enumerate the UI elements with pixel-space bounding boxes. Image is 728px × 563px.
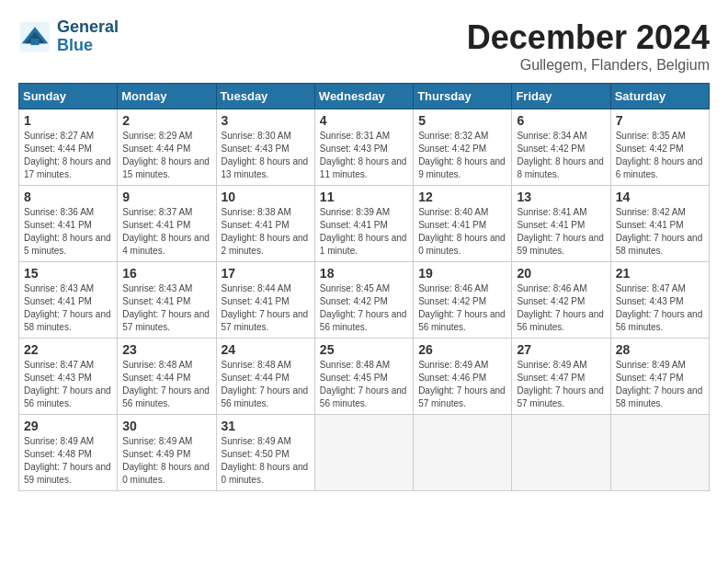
calendar-cell: 2Sunrise: 8:29 AM Sunset: 4:44 PM Daylig… bbox=[118, 109, 216, 186]
svg-rect-3 bbox=[31, 39, 40, 45]
day-number: 18 bbox=[320, 266, 408, 281]
weekday-header-wednesday: Wednesday bbox=[314, 84, 413, 109]
day-info: Sunrise: 8:37 AM Sunset: 4:41 PM Dayligh… bbox=[122, 206, 210, 258]
day-number: 19 bbox=[418, 266, 506, 281]
weekday-header-saturday: Saturday bbox=[610, 84, 709, 109]
calendar-week-row: 1Sunrise: 8:27 AM Sunset: 4:44 PM Daylig… bbox=[19, 109, 710, 186]
calendar-cell: 25Sunrise: 8:48 AM Sunset: 4:45 PM Dayli… bbox=[314, 339, 413, 415]
day-number: 3 bbox=[222, 113, 310, 128]
logo-text: General Blue bbox=[57, 18, 119, 55]
day-info: Sunrise: 8:49 AM Sunset: 4:48 PM Dayligh… bbox=[24, 435, 112, 487]
day-number: 10 bbox=[222, 190, 310, 204]
day-number: 23 bbox=[122, 342, 210, 357]
weekday-header-sunday: Sunday bbox=[19, 84, 118, 109]
day-number: 9 bbox=[122, 190, 210, 204]
calendar-cell: 31Sunrise: 8:49 AM Sunset: 4:50 PM Dayli… bbox=[216, 415, 314, 491]
calendar-cell: 9Sunrise: 8:37 AM Sunset: 4:41 PM Daylig… bbox=[118, 186, 216, 262]
calendar-cell: 11Sunrise: 8:39 AM Sunset: 4:41 PM Dayli… bbox=[314, 186, 413, 262]
logo: General Blue bbox=[18, 18, 119, 55]
day-number: 17 bbox=[222, 266, 310, 281]
calendar-cell: 1Sunrise: 8:27 AM Sunset: 4:44 PM Daylig… bbox=[19, 109, 118, 186]
day-number: 8 bbox=[24, 190, 112, 204]
day-number: 21 bbox=[616, 266, 704, 281]
calendar-cell: 29Sunrise: 8:49 AM Sunset: 4:48 PM Dayli… bbox=[19, 415, 118, 491]
month-title: December 2024 bbox=[467, 18, 710, 57]
day-number: 30 bbox=[122, 419, 210, 433]
calendar-cell: 15Sunrise: 8:43 AM Sunset: 4:41 PM Dayli… bbox=[19, 262, 118, 339]
day-info: Sunrise: 8:34 AM Sunset: 4:42 PM Dayligh… bbox=[517, 130, 605, 181]
calendar-week-row: 22Sunrise: 8:47 AM Sunset: 4:43 PM Dayli… bbox=[19, 339, 710, 415]
calendar-cell: 19Sunrise: 8:46 AM Sunset: 4:42 PM Dayli… bbox=[414, 262, 512, 339]
calendar-cell: 28Sunrise: 8:49 AM Sunset: 4:47 PM Dayli… bbox=[610, 339, 709, 415]
day-number: 24 bbox=[222, 342, 310, 357]
header: General Blue December 2024 Gullegem, Fla… bbox=[18, 18, 710, 74]
calendar-week-row: 29Sunrise: 8:49 AM Sunset: 4:48 PM Dayli… bbox=[19, 415, 710, 491]
calendar-cell: 4Sunrise: 8:31 AM Sunset: 4:43 PM Daylig… bbox=[314, 109, 413, 186]
calendar-header-row: SundayMondayTuesdayWednesdayThursdayFrid… bbox=[19, 84, 710, 109]
logo-icon bbox=[18, 20, 51, 53]
day-info: Sunrise: 8:27 AM Sunset: 4:44 PM Dayligh… bbox=[24, 130, 112, 181]
calendar-cell bbox=[414, 415, 512, 491]
calendar-cell bbox=[314, 415, 413, 491]
day-info: Sunrise: 8:38 AM Sunset: 4:41 PM Dayligh… bbox=[222, 206, 310, 258]
calendar-cell bbox=[610, 415, 709, 491]
calendar-cell: 30Sunrise: 8:49 AM Sunset: 4:49 PM Dayli… bbox=[118, 415, 216, 491]
weekday-header-monday: Monday bbox=[118, 84, 216, 109]
calendar-cell: 6Sunrise: 8:34 AM Sunset: 4:42 PM Daylig… bbox=[512, 109, 610, 186]
day-info: Sunrise: 8:29 AM Sunset: 4:44 PM Dayligh… bbox=[122, 130, 210, 181]
calendar-cell: 23Sunrise: 8:48 AM Sunset: 4:44 PM Dayli… bbox=[118, 339, 216, 415]
calendar-cell: 21Sunrise: 8:47 AM Sunset: 4:43 PM Dayli… bbox=[610, 262, 709, 339]
day-number: 25 bbox=[320, 342, 408, 357]
day-number: 14 bbox=[616, 190, 704, 204]
day-info: Sunrise: 8:48 AM Sunset: 4:44 PM Dayligh… bbox=[222, 359, 310, 410]
calendar-cell: 5Sunrise: 8:32 AM Sunset: 4:42 PM Daylig… bbox=[414, 109, 512, 186]
calendar-week-row: 8Sunrise: 8:36 AM Sunset: 4:41 PM Daylig… bbox=[19, 186, 710, 262]
day-info: Sunrise: 8:36 AM Sunset: 4:41 PM Dayligh… bbox=[24, 206, 112, 258]
calendar-cell: 16Sunrise: 8:43 AM Sunset: 4:41 PM Dayli… bbox=[118, 262, 216, 339]
day-number: 5 bbox=[418, 113, 506, 128]
calendar-cell bbox=[512, 415, 610, 491]
day-info: Sunrise: 8:43 AM Sunset: 4:41 PM Dayligh… bbox=[122, 282, 210, 334]
day-number: 4 bbox=[320, 113, 408, 128]
day-number: 11 bbox=[320, 190, 408, 204]
day-number: 28 bbox=[616, 342, 704, 357]
calendar-cell: 12Sunrise: 8:40 AM Sunset: 4:41 PM Dayli… bbox=[414, 186, 512, 262]
day-info: Sunrise: 8:49 AM Sunset: 4:47 PM Dayligh… bbox=[616, 359, 704, 410]
calendar-cell: 13Sunrise: 8:41 AM Sunset: 4:41 PM Dayli… bbox=[512, 186, 610, 262]
day-info: Sunrise: 8:49 AM Sunset: 4:50 PM Dayligh… bbox=[222, 435, 310, 487]
day-info: Sunrise: 8:48 AM Sunset: 4:45 PM Dayligh… bbox=[320, 359, 408, 410]
day-number: 20 bbox=[517, 266, 605, 281]
day-info: Sunrise: 8:41 AM Sunset: 4:41 PM Dayligh… bbox=[517, 206, 605, 258]
calendar-cell: 7Sunrise: 8:35 AM Sunset: 4:42 PM Daylig… bbox=[610, 109, 709, 186]
day-info: Sunrise: 8:44 AM Sunset: 4:41 PM Dayligh… bbox=[222, 282, 310, 334]
day-info: Sunrise: 8:39 AM Sunset: 4:41 PM Dayligh… bbox=[320, 206, 408, 258]
day-info: Sunrise: 8:48 AM Sunset: 4:44 PM Dayligh… bbox=[122, 359, 210, 410]
day-number: 15 bbox=[24, 266, 112, 281]
day-info: Sunrise: 8:46 AM Sunset: 4:42 PM Dayligh… bbox=[418, 282, 506, 334]
calendar-cell: 14Sunrise: 8:42 AM Sunset: 4:41 PM Dayli… bbox=[610, 186, 709, 262]
day-number: 7 bbox=[616, 113, 704, 128]
day-info: Sunrise: 8:47 AM Sunset: 4:43 PM Dayligh… bbox=[616, 282, 704, 334]
day-number: 6 bbox=[517, 113, 605, 128]
weekday-header-tuesday: Tuesday bbox=[216, 84, 314, 109]
day-number: 13 bbox=[517, 190, 605, 204]
day-info: Sunrise: 8:49 AM Sunset: 4:47 PM Dayligh… bbox=[517, 359, 605, 410]
calendar-cell: 27Sunrise: 8:49 AM Sunset: 4:47 PM Dayli… bbox=[512, 339, 610, 415]
day-info: Sunrise: 8:42 AM Sunset: 4:41 PM Dayligh… bbox=[616, 206, 704, 258]
day-info: Sunrise: 8:43 AM Sunset: 4:41 PM Dayligh… bbox=[24, 282, 112, 334]
day-info: Sunrise: 8:35 AM Sunset: 4:42 PM Dayligh… bbox=[616, 130, 704, 181]
day-number: 26 bbox=[418, 342, 506, 357]
day-info: Sunrise: 8:31 AM Sunset: 4:43 PM Dayligh… bbox=[320, 130, 408, 181]
day-number: 22 bbox=[24, 342, 112, 357]
day-number: 2 bbox=[122, 113, 210, 128]
day-info: Sunrise: 8:46 AM Sunset: 4:42 PM Dayligh… bbox=[517, 282, 605, 334]
day-info: Sunrise: 8:30 AM Sunset: 4:43 PM Dayligh… bbox=[222, 130, 310, 181]
day-info: Sunrise: 8:47 AM Sunset: 4:43 PM Dayligh… bbox=[24, 359, 112, 410]
day-info: Sunrise: 8:49 AM Sunset: 4:46 PM Dayligh… bbox=[418, 359, 506, 410]
day-info: Sunrise: 8:40 AM Sunset: 4:41 PM Dayligh… bbox=[418, 206, 506, 258]
calendar-cell: 18Sunrise: 8:45 AM Sunset: 4:42 PM Dayli… bbox=[314, 262, 413, 339]
day-info: Sunrise: 8:49 AM Sunset: 4:49 PM Dayligh… bbox=[122, 435, 210, 487]
calendar-cell: 8Sunrise: 8:36 AM Sunset: 4:41 PM Daylig… bbox=[19, 186, 118, 262]
calendar-cell: 20Sunrise: 8:46 AM Sunset: 4:42 PM Dayli… bbox=[512, 262, 610, 339]
day-number: 16 bbox=[122, 266, 210, 281]
